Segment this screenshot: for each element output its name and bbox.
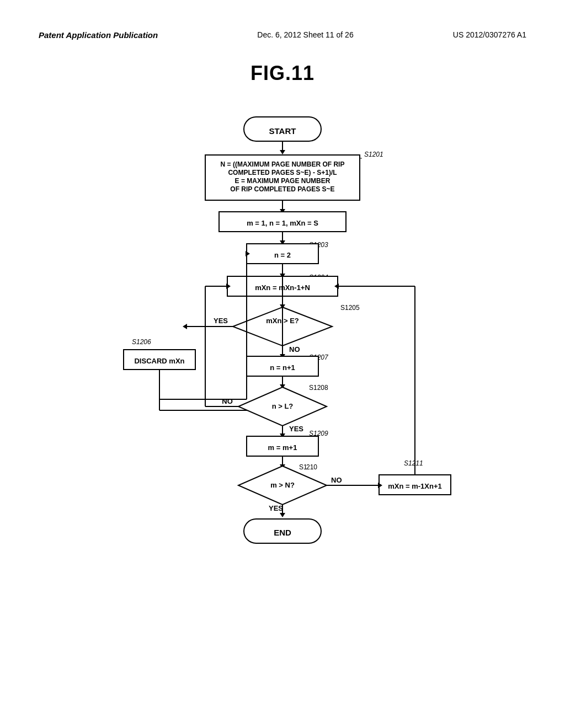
svg-marker-36 — [183, 324, 187, 329]
svg-text:YES: YES — [269, 504, 283, 512]
header-center: Dec. 6, 2012 Sheet 11 of 26 — [257, 30, 353, 39]
svg-text:S1206: S1206 — [132, 338, 151, 346]
svg-text:S1205: S1205 — [340, 304, 360, 312]
header-right: US 2012/0307276 A1 — [453, 30, 526, 39]
svg-text:NO: NO — [289, 345, 300, 354]
svg-text:END: END — [274, 528, 291, 537]
svg-text:mXn = m-1Xn+1: mXn = m-1Xn+1 — [388, 482, 442, 490]
svg-text:COMPLETED PAGES S~E) - S+1)/L: COMPLETED PAGES S~E) - S+1)/L — [228, 169, 337, 176]
svg-text:S1201: S1201 — [364, 151, 383, 158]
svg-text:S1208: S1208 — [309, 384, 328, 392]
svg-text:OF RIP COMPLETED PAGES S~E: OF RIP COMPLETED PAGES S~E — [230, 185, 334, 193]
header-left: Patent Application Publication — [39, 30, 158, 40]
svg-text:n > L?: n > L? — [272, 402, 294, 410]
figure-title: FIG.11 — [0, 62, 565, 85]
svg-text:DISCARD mXn: DISCARD mXn — [134, 357, 184, 365]
svg-text:NO: NO — [331, 476, 342, 484]
page: Patent Application Publication Dec. 6, 2… — [0, 0, 565, 728]
svg-text:NO: NO — [222, 397, 233, 405]
svg-text:210: 210 — [306, 463, 317, 471]
svg-text:n = 2: n = 2 — [274, 251, 291, 259]
svg-text:N = ((MAXIMUM PAGE NUMBER OF R: N = ((MAXIMUM PAGE NUMBER OF RIP — [221, 160, 345, 168]
header: Patent Application Publication Dec. 6, 2… — [0, 0, 565, 40]
svg-text:n = n+1: n = n+1 — [270, 363, 295, 372]
svg-marker-3 — [280, 150, 285, 154]
svg-text:E = MAXIMUM PAGE NUMBER: E = MAXIMUM PAGE NUMBER — [235, 177, 331, 185]
flowchart-svg: START S1201 N = ((MAXIMUM PAGE NUMBER OF… — [89, 101, 476, 697]
svg-text:m = 1, n = 1, mXn = S: m = 1, n = 1, mXn = S — [247, 219, 318, 227]
svg-marker-84 — [280, 513, 285, 517]
svg-text:m > N?: m > N? — [270, 481, 295, 489]
svg-text:m = m+1: m = m+1 — [268, 443, 297, 452]
svg-text:YES: YES — [289, 425, 303, 433]
svg-text:START: START — [269, 126, 296, 136]
svg-text:YES: YES — [214, 317, 228, 325]
svg-text:S1211: S1211 — [404, 459, 423, 467]
